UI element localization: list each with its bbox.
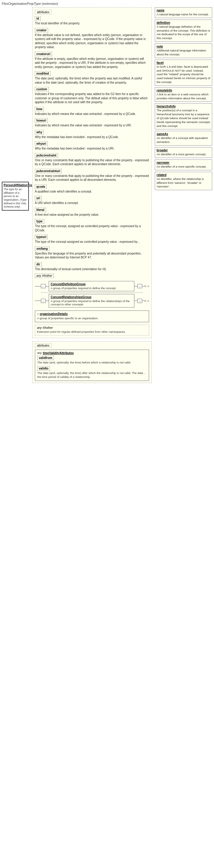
attr-howuri: howuri Indicates by which means the valu…	[35, 118, 149, 128]
attr-pubconstrainturi-desc: One or many constraints that apply to pu…	[35, 174, 149, 182]
attr-type-desc: The type of the concept, assigned as con…	[35, 224, 149, 232]
right-broader-title: broader	[156, 149, 210, 152]
attr-how: how Indicates by which means the value w…	[35, 107, 149, 116]
attr-qcode-name: qcode	[35, 184, 46, 189]
attr-howuri-desc: Indicates by which means the value was e…	[35, 123, 149, 128]
right-note-box: note Additional natural language informa…	[155, 43, 212, 58]
org-details-title: organisationDetails	[40, 312, 68, 316]
right-definition-title: definition	[156, 21, 210, 24]
attributes-section-label: attributes	[35, 10, 51, 14]
right-hierarchyinfo-title: hierarchyInfo	[156, 105, 210, 108]
attr-xmllang-name: xmllang	[35, 246, 49, 251]
mult-0n-1: 0..n	[145, 285, 149, 288]
line-end-2	[142, 301, 145, 301]
right-hierarchyinfo-desc: The position(s) of a concept in a hierar…	[156, 108, 210, 127]
extension-label: any ##other	[37, 326, 147, 330]
attr-qcode: qcode A qualified code which identifies …	[35, 184, 149, 194]
right-remoteinfo-desc: A link to an item or a web resource whic…	[156, 93, 209, 100]
right-facet-title: facet	[156, 61, 210, 64]
concept-relationships-group-desc: A group of properties required to define…	[51, 299, 133, 306]
attr-creator-name: creator	[35, 28, 48, 32]
attr-xmllang: xmllang Specifies the language of this p…	[35, 246, 149, 260]
main-attributes-box: attributes id The local identifier of th…	[32, 7, 152, 338]
line-left-2	[35, 301, 41, 301]
attr-uri-desc: A URI which identifies a concept.	[35, 201, 149, 205]
organisation-details-box: □ organisationDetails A group of propert…	[35, 310, 149, 322]
attr-creatoruri: creatoruri If the attribute is empty, sp…	[35, 52, 149, 69]
attr-validto: validto The date (and, optionally, the t…	[37, 366, 147, 379]
attr-type-name: type	[35, 219, 44, 223]
person-affiliation-desc: The type for an affiliation of a person …	[4, 188, 27, 209]
concept-def-connector: ... ConceptDefinitionGroup A group of pr…	[35, 281, 149, 291]
right-facet-desc: In NAR 1.8 and later, facet is deprecate…	[156, 65, 210, 84]
attr-xmllang-desc: Specifies the language of this property …	[35, 251, 149, 260]
line-right-1	[134, 286, 137, 286]
attr-why-desc: Why the metadata has been included - exp…	[35, 135, 149, 139]
attr-literal-name: literal	[35, 208, 46, 212]
bottom-attributes-box: attributes any timeValidityAttributes va…	[32, 341, 152, 383]
right-narrower-box: narrower An identifier of a more specifi…	[155, 159, 212, 170]
attr-creatoruri-desc: If the attribute is empty, specifies whi…	[35, 57, 149, 69]
attr-dir-desc: The directionality of textual content (o…	[35, 267, 149, 271]
attr-validto-desc: The date (and, optionally, the time) aft…	[37, 371, 147, 379]
attr-uri-name: uri	[35, 196, 42, 200]
attr-qcode-desc: A qualified code which identifies a conc…	[35, 190, 149, 194]
concept-relationships-group-box: ConceptRelationshipsGroup A group of pro…	[49, 294, 135, 308]
right-narrower-desc: An identifier of a more specific concept…	[156, 165, 207, 168]
attr-id-name: id	[35, 16, 41, 21]
time-validity-header: any timeValidityAttributes	[37, 351, 147, 355]
page-wrapper: FlexOrganisationPropType (extension) Per…	[0, 0, 214, 385]
attr-pubconstraint-name: pubconstraint	[35, 153, 58, 158]
extension-desc: Extension point for regular-defined prop…	[37, 330, 147, 334]
right-name-box: name A natural language name for the con…	[155, 7, 212, 18]
attr-modified: modified The date (and, optionally, the …	[35, 71, 149, 85]
attr-creatoruri-name: creatoruri	[35, 52, 52, 56]
schema-title: FlexOrganisationPropType (extension)	[2, 2, 212, 5]
attr-pubconstraint-desc: One or many constraints that apply to pu…	[35, 158, 149, 166]
person-affiliation-box: PersonAffiliationType The type for an af…	[2, 182, 29, 211]
line-right-2	[134, 301, 137, 301]
attr-pubconstrainturi: pubconstrainturi One or many constraints…	[35, 169, 149, 182]
person-affiliation-title: PersonAffiliationType	[4, 184, 27, 187]
right-broader-box: broader An identifier of a more generic …	[155, 147, 212, 158]
concept-definition-group-box: ConceptDefinitionGroup A group of proper…	[49, 281, 135, 291]
attr-literal-desc: A free-text value assigned as the proper…	[35, 213, 149, 217]
attr-any-other: any ##other	[35, 274, 149, 278]
mult-0n-2: 0..n	[145, 299, 149, 302]
concept-definition-group-title: ConceptDefinitionGroup	[51, 282, 133, 286]
attr-creator: creator If the attribute value is not de…	[35, 28, 149, 49]
right-related-desc: An identifier, where the relationship is…	[156, 177, 204, 188]
attr-literal: literal A free-text value assigned as th…	[35, 208, 149, 217]
right-definition-box: definition A natural language definition…	[155, 20, 212, 42]
right-definition-desc: A natural language definition of the sem…	[156, 25, 210, 40]
line-end-1	[142, 286, 145, 286]
attr-typeuri-name: typeuri	[35, 235, 48, 239]
line-left-1	[35, 286, 41, 286]
attr-whyuri-name: whyuri	[35, 142, 47, 146]
right-related-box: related An identifier, where the relatio…	[155, 172, 212, 190]
attr-typeuri: typeuri The type of the concept assigned…	[35, 235, 149, 244]
concept-definition-group-desc: A group of properties required to define…	[51, 286, 133, 290]
right-broader-desc: An identifier of a more generic concept.	[156, 153, 206, 156]
attr-id: id The local identifier of the property.	[35, 16, 149, 26]
attr-custom-name: custom	[35, 87, 49, 91]
right-name-desc: A natural language name for the concept.	[156, 13, 209, 16]
attr-modified-desc: The date (and, optionally, the time) whe…	[35, 76, 149, 85]
mult-badge-1b: ...	[137, 284, 142, 288]
mult-badge-1: ...	[41, 284, 46, 288]
bottom-section: attributes any timeValidityAttributes va…	[32, 341, 152, 383]
line-mid-1	[46, 286, 49, 286]
org-details-desc: A group of properties specific to an org…	[37, 316, 147, 320]
right-narrower-title: narrower	[156, 161, 210, 164]
org-details-header: □ organisationDetails	[37, 312, 147, 316]
attr-validfrom-name: validfrom	[37, 355, 54, 360]
right-sameas-box: sameAs An identifier of a concept with e…	[155, 131, 212, 146]
attr-pubconstrainturi-name: pubconstrainturi	[35, 169, 62, 173]
attr-whyuri: whyuri Why the metadata has been include…	[35, 142, 149, 151]
attr-type: type The type of the concept, assigned a…	[35, 219, 149, 232]
attr-custom-desc: Indicates if the corresponding property …	[35, 92, 149, 104]
mult-badge-2: ...	[41, 299, 46, 303]
attr-why-name: why	[35, 130, 44, 134]
right-note-title: note	[156, 45, 210, 48]
attr-why: why Why the metadata has been included -…	[35, 130, 149, 139]
